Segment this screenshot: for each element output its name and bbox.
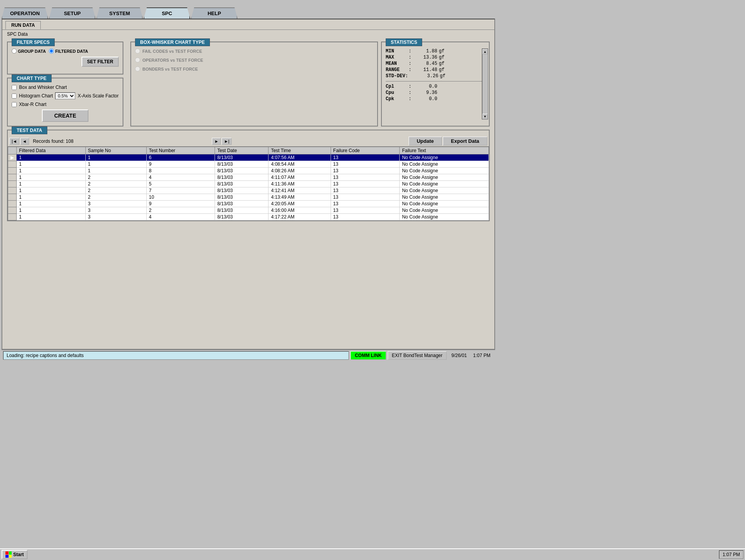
statistics-scrollbar[interactable]: ▲ ▼ [482, 49, 488, 120]
xbar-label: Xbar-R Chart [19, 102, 47, 107]
col-filtered-data[interactable]: Filtered Data [17, 147, 86, 154]
chart-type-title: CHART TYPE [12, 75, 52, 82]
bwct-row-2: BONDERS vs TEST FORCE [135, 66, 373, 71]
nav-prev-button[interactable]: ◄ [20, 138, 29, 145]
create-button[interactable]: CREATE [42, 109, 89, 122]
col-sample-no[interactable]: Sample No [85, 147, 146, 154]
bwct-radio-1[interactable] [135, 57, 140, 62]
content-area: FILTER SPECS GROUP DATA FILTERED DATA SE… [2, 38, 494, 349]
comm-link-button[interactable]: COMM LINK [350, 351, 386, 360]
data-table: Filtered Data Sample No Test Number Test… [8, 147, 489, 220]
box-whisker-checkbox[interactable] [12, 85, 17, 90]
stats-row-min: MIN : 1.88 gf [386, 49, 485, 54]
page-label: SPC Data [2, 30, 494, 38]
table-row[interactable]: 1328/13/034:16:00 AM13No Code Assigne [8, 207, 489, 214]
stats-row-cpu: Cpu : 9.36 [386, 90, 485, 95]
statistics-content: MIN : 1.88 gf MAX : 13.36 gf MEAN : [386, 49, 485, 102]
exit-button[interactable]: EXIT BondTest Manager [388, 351, 447, 360]
col-indicator [8, 147, 17, 154]
bwct-radio-0[interactable] [135, 49, 140, 54]
stats-row-mean: MEAN : 8.45 gf [386, 61, 485, 66]
box-whisker-row: Box and Whisker Chart [12, 85, 119, 90]
top-panels: FILTER SPECS GROUP DATA FILTERED DATA SE… [7, 42, 490, 127]
table-row[interactable]: 1188/13/034:08:26 AM13No Code Assigne [8, 168, 489, 174]
bwct-title: BOX-WHISKER CHART TYPE [135, 38, 210, 46]
bwct-label-2: BONDERS vs TEST FORCE [142, 67, 198, 71]
table-row[interactable]: 1258/13/034:11:36 AM13No Code Assigne [8, 181, 489, 187]
sub-tab-bar: RUN DATA [2, 19, 494, 30]
col-test-number[interactable]: Test Number [146, 147, 215, 154]
records-label: Records found: 108 [30, 139, 211, 144]
status-bar: Loading: recipe captions and defaults CO… [2, 350, 495, 361]
stats-row-cpk: Cpk : 0.0 [386, 96, 485, 102]
table-row[interactable]: 1198/13/034:08:54 AM13No Code Assigne [8, 161, 489, 168]
status-time: 1:07 PM [470, 353, 494, 358]
test-data-title: TEST DATA [12, 127, 47, 134]
filter-specs-title: FILTER SPECS [12, 38, 55, 46]
histogram-label: Histogram Chart [19, 93, 53, 99]
statistics-title: STATISTICS [386, 38, 422, 46]
scroll-up-arrow[interactable]: ▲ [482, 49, 488, 54]
histogram-row: Histogram Chart 0.5% 1.0% 2.0% X-Axis Sc… [12, 92, 119, 99]
histogram-scale-select[interactable]: 0.5% 1.0% 2.0% [55, 92, 75, 99]
table-row[interactable]: 1348/13/034:17:22 AM13No Code Assigne [8, 214, 489, 220]
stats-row-range: RANGE : 11.48 gf [386, 67, 485, 73]
table-row[interactable]: 1398/13/034:20:05 AM13No Code Assigne [8, 201, 489, 207]
stats-row-cpl: Cpl : 0.0 [386, 84, 485, 89]
bwct-row-1: OPERATORS vs TEST FORCE [135, 57, 373, 62]
histogram-scale-label: X-Axis Scale Factor [78, 93, 118, 99]
group-data-label[interactable]: GROUP DATA [12, 49, 46, 54]
nav-last-button[interactable]: ►| [222, 138, 232, 145]
set-filter-button[interactable]: SET FILTER [81, 57, 119, 67]
col-test-date[interactable]: Test Date [215, 147, 268, 154]
nav-bar: |◄ ◄ Records found: 108 ► ►| Update Expo… [8, 136, 489, 147]
table-body: ▶1168/13/034:07:56 AM13No Code Assigne11… [8, 154, 489, 220]
update-button[interactable]: Update [409, 137, 442, 146]
filter-specs-radio-row: GROUP DATA FILTERED DATA SET FILTER [12, 49, 119, 67]
col-failure-text[interactable]: Failure Text [400, 147, 489, 154]
filtered-data-label[interactable]: FILTERED DATA [49, 49, 88, 54]
table-header-row: Filtered Data Sample No Test Number Test… [8, 147, 489, 154]
col-failure-code[interactable]: Failure Code [331, 147, 400, 154]
tab-setup[interactable]: SETUP [49, 7, 95, 19]
main-window: RUN DATA SPC Data FILTER SPECS GROUP DAT… [2, 19, 495, 350]
sub-tab-run-data[interactable]: RUN DATA [5, 21, 41, 29]
table-row[interactable]: ▶1168/13/034:07:56 AM13No Code Assigne [8, 154, 489, 161]
table-row[interactable]: 1278/13/034:12:41 AM13No Code Assigne [8, 187, 489, 194]
filtered-data-radio[interactable] [49, 49, 54, 54]
bwct-label-0: FAIL CODES vs TEST FORCE [142, 49, 202, 54]
data-table-wrapper[interactable]: Filtered Data Sample No Test Number Test… [8, 147, 489, 220]
tab-operation[interactable]: OPERATION [2, 7, 48, 19]
histogram-checkbox[interactable] [12, 94, 17, 99]
bwct-radio-2[interactable] [135, 66, 140, 71]
menu-bar: OPERATION SETUP SYSTEM SPC HELP [0, 0, 497, 19]
status-message: Loading: recipe captions and defaults [3, 351, 349, 360]
xbar-row: Xbar-R Chart [12, 102, 119, 107]
status-date: 9/26/01 [448, 353, 470, 358]
nav-first-button[interactable]: |◄ [9, 138, 19, 145]
test-data-section: TEST DATA |◄ ◄ Records found: 108 ► ►| U… [7, 130, 490, 221]
bwct-row-0: FAIL CODES vs TEST FORCE [135, 49, 373, 54]
tab-spc[interactable]: SPC [144, 7, 190, 19]
nav-next-button[interactable]: ► [212, 138, 221, 145]
statistics-box: STATISTICS MIN : 1.88 gf MAX : 13.36 gf [381, 42, 490, 127]
table-row[interactable]: 1248/13/034:11:07 AM13No Code Assigne [8, 174, 489, 181]
table-row[interactable]: 12108/13/034:13:49 AM13No Code Assigne [8, 194, 489, 201]
filter-specs-box: FILTER SPECS GROUP DATA FILTERED DATA SE… [7, 42, 123, 75]
group-data-radio[interactable] [12, 49, 17, 54]
chart-type-box: CHART TYPE Box and Whisker Chart Histogr… [7, 78, 123, 127]
box-whisker-label: Box and Whisker Chart [19, 85, 67, 90]
xbar-checkbox[interactable] [12, 102, 17, 107]
stats-row-stddev: STD-DEV: 3.26 gf [386, 73, 485, 79]
bwct-label-1: OPERATORS vs TEST FORCE [142, 58, 203, 62]
tab-help[interactable]: HELP [191, 7, 237, 19]
tab-system[interactable]: SYSTEM [96, 7, 143, 19]
export-button[interactable]: Export Data [443, 137, 487, 146]
bwct-box: BOX-WHISKER CHART TYPE FAIL CODES vs TES… [130, 42, 378, 127]
scroll-down-arrow[interactable]: ▼ [482, 114, 488, 119]
stats-row-max: MAX : 13.36 gf [386, 55, 485, 60]
col-test-time[interactable]: Test Time [269, 147, 331, 154]
